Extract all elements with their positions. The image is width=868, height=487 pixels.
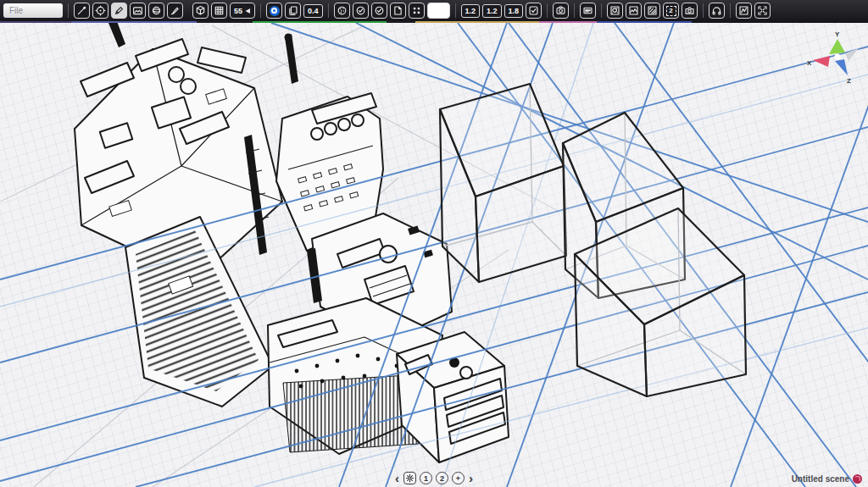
- orbit-tool-button[interactable]: [148, 3, 164, 19]
- texture-wave-button[interactable]: [626, 3, 642, 19]
- texture-noise-button[interactable]: [644, 3, 660, 19]
- toolbar-underline-segment: [387, 21, 415, 23]
- four-dots-icon: [411, 5, 422, 16]
- stroke-width-value[interactable]: 0.4: [303, 4, 323, 18]
- texture-dither-button[interactable]: [607, 3, 623, 19]
- image-icon: [132, 5, 143, 16]
- next-page-chevron[interactable]: ›: [468, 472, 474, 484]
- grid-tool-button[interactable]: [211, 3, 227, 19]
- axis-x-label: X: [807, 59, 812, 67]
- brush-color-dot-icon: [270, 6, 280, 16]
- check-circle-icon: [355, 5, 366, 16]
- sphere-pattern-icon: [337, 5, 348, 16]
- axis-y-label: Y: [835, 30, 840, 38]
- wireframe-box-1: [440, 84, 566, 282]
- scene-title: Untitled scene: [792, 474, 849, 484]
- card-lines-icon: [582, 5, 593, 16]
- scene-status: Untitled scene: [792, 474, 862, 484]
- toolbar-underline-segment: [0, 21, 71, 23]
- toolbar-separator: [703, 3, 704, 18]
- grid-icon: [214, 5, 225, 16]
- confirm-b-button[interactable]: [371, 3, 387, 19]
- axis-center: [835, 54, 841, 60]
- polyline-icon: [76, 5, 87, 16]
- dots-layout-button[interactable]: [409, 3, 425, 19]
- wave-texture-icon: [628, 5, 639, 16]
- brush-color-button[interactable]: [266, 3, 282, 19]
- page-flip-button[interactable]: [390, 3, 406, 19]
- paint-tool-button[interactable]: [167, 3, 183, 19]
- confirm-a-button[interactable]: [353, 3, 369, 19]
- page-1-button[interactable]: 1: [420, 472, 432, 484]
- toolbar-separator: [328, 3, 329, 18]
- toolbar-underline-segment: [692, 21, 868, 23]
- toolbar-separator: [730, 3, 731, 18]
- color-swatch-button[interactable]: [427, 3, 450, 19]
- brush-icon: [170, 5, 181, 16]
- hatch-texture-icon: [647, 5, 658, 16]
- fov-button[interactable]: 55: [230, 3, 255, 19]
- toolbar-underline-segment: [253, 21, 387, 23]
- toolbar-separator: [547, 3, 548, 18]
- screenshot-button[interactable]: [553, 3, 569, 19]
- expand-frame-icon: [757, 5, 768, 16]
- camera-icon: [684, 5, 695, 16]
- material-sphere-button[interactable]: [334, 3, 350, 19]
- toolbar-underline-segment: [197, 21, 253, 23]
- scale-z-value[interactable]: 1.8: [504, 4, 524, 18]
- axis-z-label: Z: [847, 77, 851, 85]
- prev-page-chevron[interactable]: ‹: [394, 472, 400, 484]
- sketch-style-button[interactable]: [736, 3, 752, 19]
- toolbar-underline-segment: [415, 21, 539, 23]
- dither-texture-icon: [609, 5, 620, 16]
- cube-icon: [195, 5, 206, 16]
- card-button[interactable]: [580, 3, 596, 19]
- checkbox-icon: [528, 5, 539, 16]
- viewport-canvas[interactable]: Y X Z ‹ 1 2 + › Untitled scene: [0, 23, 868, 487]
- pages-icon: [287, 5, 298, 16]
- polyline-tool-button[interactable]: [74, 3, 90, 19]
- clipboard-camera-icon: [555, 5, 566, 16]
- file-menu-button[interactable]: File: [3, 3, 63, 18]
- scene-settings-button[interactable]: [403, 472, 416, 484]
- scale-y-value[interactable]: 1.2: [482, 4, 502, 18]
- scene-drawing: Y X Z: [0, 23, 868, 487]
- fullscreen-button[interactable]: [754, 3, 771, 19]
- toolbar-underline-segment: [539, 21, 597, 23]
- toolbar-underline-segment: [597, 21, 692, 23]
- axis-y-cone: [829, 39, 845, 54]
- toolbar-separator: [601, 3, 602, 18]
- page-2-button[interactable]: 2: [436, 472, 448, 484]
- scale-x-value[interactable]: 1.2: [461, 4, 481, 18]
- audio-button[interactable]: [709, 3, 725, 19]
- toolbar-separator: [260, 3, 261, 18]
- check-circle-icon: [374, 5, 385, 16]
- page-count-button[interactable]: 2: [663, 3, 679, 19]
- cube-tool-button[interactable]: [192, 3, 209, 19]
- pencil-icon: [114, 5, 125, 16]
- ellipse-target-icon: [95, 5, 106, 16]
- snap-check-button[interactable]: [526, 3, 542, 19]
- pencil-tool-button[interactable]: [111, 3, 127, 19]
- gear-icon: [405, 473, 415, 483]
- toolbar-underline-segment: [71, 21, 197, 23]
- add-page-button[interactable]: +: [452, 472, 465, 484]
- axis-gizmo[interactable]: Y X Z: [807, 30, 859, 85]
- scribble-icon: [738, 5, 749, 16]
- scene-badge-icon[interactable]: [853, 474, 862, 484]
- toolbar-separator: [455, 3, 456, 18]
- duplicate-button[interactable]: [285, 3, 301, 19]
- toolbar-separator: [574, 3, 575, 18]
- projector-icon: [244, 8, 251, 14]
- page-navigation: ‹ 1 2 + ›: [394, 472, 474, 484]
- image-tool-button[interactable]: [130, 3, 146, 19]
- orbit-globe-icon: [151, 5, 162, 16]
- top-toolbar: File 55: [0, 0, 868, 21]
- page-count-value: 2: [666, 6, 676, 16]
- camera-button[interactable]: [682, 3, 698, 19]
- fov-value: 55: [234, 7, 242, 15]
- toolbar-underline: [0, 21, 868, 23]
- page-flip-icon: [392, 5, 403, 16]
- axis-z-cone: [835, 59, 848, 75]
- ellipse-tool-button[interactable]: [92, 3, 108, 19]
